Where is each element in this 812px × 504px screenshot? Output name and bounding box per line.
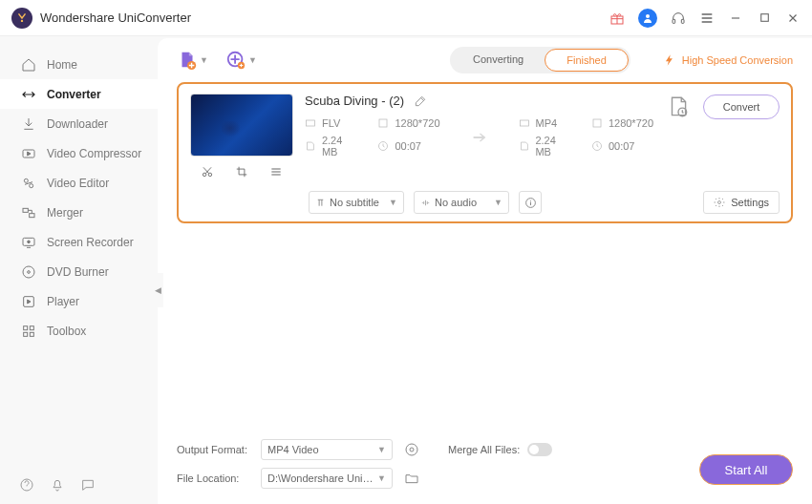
list-icon[interactable] [268,164,284,179]
source-info: FLV 1280*720 2.24 MB 00:07 [305,117,440,158]
lightning-icon [663,53,676,67]
sidebar-label: DVD Burner [47,265,109,279]
gift-icon[interactable] [609,10,625,26]
svg-rect-16 [24,326,28,329]
menu-icon[interactable] [699,10,715,26]
start-all-button[interactable]: Start All [699,454,793,485]
svg-rect-30 [593,119,601,127]
bell-icon[interactable] [50,477,65,493]
sidebar: Home Converter Downloader Video Compress… [0,36,158,504]
sidebar-item-merger[interactable]: Merger [0,198,158,227]
add-file-icon [177,50,198,71]
home-icon [21,57,36,73]
info-icon[interactable] [519,191,542,214]
sidebar-item-compressor[interactable]: Video Compressor [0,138,158,168]
svg-point-12 [28,241,31,243]
target-info: MP4 1280*720 2.24 MB 00:07 [519,117,654,158]
sidebar-item-player[interactable]: Player [0,286,158,316]
toolbar: ▼ ▼ Converting Finished High Speed Conve… [158,38,812,82]
svg-rect-19 [30,332,33,336]
headset-icon[interactable] [671,10,686,26]
svg-point-35 [410,448,414,452]
editor-icon [21,176,36,191]
merger-icon [21,205,36,220]
svg-point-8 [30,183,33,187]
sidebar-item-editor[interactable]: Video Editor [0,168,158,198]
svg-rect-29 [520,120,528,126]
edit-name-icon[interactable] [414,94,427,108]
svg-point-36 [406,444,417,455]
sidebar-label: Converter [47,88,101,101]
app-title: Wondershare UniConverter [40,10,191,25]
svg-rect-3 [673,19,675,23]
sidebar-item-downloader[interactable]: Downloader [0,109,158,138]
dvd-icon [21,264,36,280]
downloader-icon [21,116,36,132]
sidebar-label: Downloader [47,117,108,131]
output-format-select[interactable]: MP4 Video▼ [261,439,393,460]
sidebar-item-dvd[interactable]: DVD Burner [0,257,158,286]
svg-rect-9 [23,208,28,212]
player-icon [21,294,36,309]
sidebar-item-home[interactable]: Home [0,50,158,79]
tabs: Converting Finished [450,47,630,74]
output-settings-icon[interactable] [404,442,419,457]
sidebar-label: Merger [47,206,83,220]
svg-point-14 [28,270,31,273]
footer: Output Format: MP4 Video▼ Merge All File… [158,430,812,504]
sidebar-item-toolbox[interactable]: Toolbox [0,316,158,346]
svg-point-34 [718,201,721,204]
merge-toggle[interactable] [527,443,552,456]
minimize-icon[interactable] [728,10,743,26]
recorder-icon [21,235,36,250]
sidebar-label: Video Editor [47,177,109,190]
compressor-icon [21,146,36,161]
feedback-icon[interactable] [80,477,96,493]
svg-rect-5 [760,14,768,22]
tab-finished[interactable]: Finished [545,49,629,72]
sidebar-label: Screen Recorder [47,236,134,249]
sidebar-item-recorder[interactable]: Screen Recorder [0,227,158,257]
output-format-label: Output Format: [177,444,249,455]
svg-rect-18 [24,332,28,336]
arrow-right-icon [469,127,490,148]
help-icon[interactable] [19,477,34,493]
cut-icon[interactable] [200,164,215,179]
sidebar-label: Toolbox [47,325,86,338]
main-content: ▼ ▼ Converting Finished High Speed Conve… [158,38,812,504]
file-location-label: File Location: [177,472,249,484]
chevron-down-icon: ▼ [200,55,208,65]
add-folder-button[interactable]: ▼ [225,50,257,71]
subtitle-select[interactable]: No subtitle▼ [309,191,404,214]
svg-rect-27 [379,119,387,127]
sidebar-label: Video Compressor [47,147,141,160]
open-folder-icon[interactable] [404,471,419,486]
sidebar-label: Home [47,58,77,72]
tab-converting[interactable]: Converting [452,49,545,72]
collapse-sidebar-icon[interactable]: ◀ [152,273,163,307]
svg-rect-26 [307,120,315,126]
gear-icon [714,197,725,208]
output-format-icon[interactable] [665,94,692,120]
settings-button[interactable]: Settings [703,191,780,214]
svg-rect-4 [681,19,684,23]
sidebar-item-converter[interactable]: Converter [0,79,158,109]
convert-button[interactable]: Convert [703,94,780,119]
maximize-icon[interactable] [757,10,772,26]
user-avatar-icon[interactable] [638,9,657,28]
file-location-select[interactable]: D:\Wondershare UniConverter▼ [261,468,393,489]
merge-label: Merge All Files: [448,444,520,455]
sidebar-label: Player [47,295,79,308]
close-icon[interactable] [785,10,801,26]
add-file-button[interactable]: ▼ [177,50,208,71]
svg-rect-17 [30,326,33,329]
toolbox-icon [21,324,36,339]
high-speed-link[interactable]: High Speed Conversion [663,53,793,67]
svg-point-7 [24,178,28,182]
file-card: Scuba Diving - (2) FLV 1280*720 2.24 MB … [177,82,793,223]
crop-icon[interactable] [234,164,249,179]
add-folder-icon [225,50,246,71]
svg-point-13 [23,266,34,278]
video-thumbnail[interactable] [190,94,293,157]
audio-select[interactable]: No audio▼ [414,191,509,214]
